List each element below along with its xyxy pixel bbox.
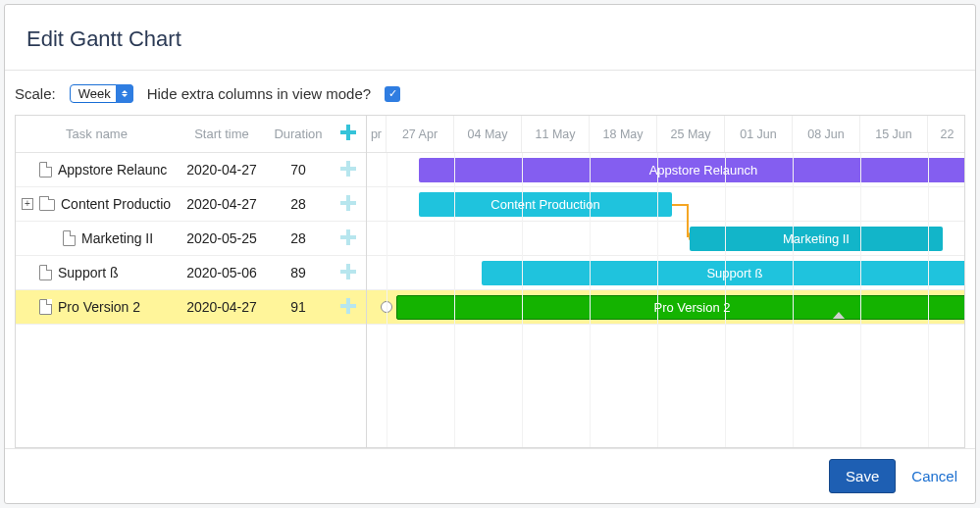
gantt-area: Task name Start time Duration Appstore R…	[15, 115, 965, 448]
plus-icon	[340, 298, 356, 314]
task-cell[interactable]: Support ß	[16, 265, 178, 280]
start-cell[interactable]: 2020-04-27	[178, 196, 266, 212]
duration-cell[interactable]: 89	[266, 265, 331, 280]
task-name: Content Productio	[61, 196, 171, 212]
duration-cell[interactable]: 28	[266, 230, 331, 246]
modal-title: Edit Gantt Chart	[26, 26, 954, 52]
save-button[interactable]: Save	[829, 459, 896, 493]
timeline-side[interactable]: pr27 Apr04 May11 May18 May25 May01 Jun08…	[367, 116, 964, 447]
timeline-header-cell: 11 May	[522, 116, 590, 152]
start-cell[interactable]: 2020-05-25	[178, 230, 266, 246]
timeline-row-appstore[interactable]: Appstore Relaunch	[367, 153, 964, 187]
start-cell[interactable]: 2020-04-27	[178, 299, 266, 315]
vgrid-line	[522, 153, 523, 447]
timeline-header-cell: pr	[367, 116, 387, 152]
expand-icon[interactable]: +	[22, 198, 33, 210]
timeline-header-cell: 18 May	[590, 116, 657, 152]
scale-label: Scale:	[15, 85, 56, 102]
timeline-header-cell: 27 Apr	[387, 116, 454, 152]
scale-select-wrap: Week	[70, 84, 133, 103]
vgrid-line	[793, 153, 794, 447]
start-cell[interactable]: 2020-05-06	[178, 265, 266, 280]
folder-icon	[39, 199, 55, 211]
timeline-row-marketing[interactable]: Marketing II	[367, 222, 964, 256]
gantt-bar[interactable]: Marketing II	[690, 227, 943, 251]
add-cell[interactable]	[331, 264, 366, 282]
controls-row: Scale: Week Hide extra columns in view m…	[5, 71, 975, 111]
col-header-duration[interactable]: Duration	[266, 127, 331, 141]
task-cell[interactable]: +Content Productio	[16, 196, 178, 212]
document-icon	[39, 299, 52, 315]
task-name: Pro Version 2	[58, 299, 140, 315]
edit-gantt-modal: Edit Gantt Chart Scale: Week Hide extra …	[4, 4, 976, 504]
duration-cell[interactable]: 28	[266, 196, 331, 212]
vgrid-line	[725, 153, 726, 447]
document-icon	[63, 230, 76, 246]
plus-icon	[340, 125, 356, 140]
grid-row-content[interactable]: +Content Productio2020-04-2728	[16, 187, 366, 222]
add-cell[interactable]	[331, 229, 366, 248]
vgrid-line	[387, 153, 387, 447]
gantt-bar[interactable]: Content Production	[419, 192, 672, 217]
vgrid-line	[928, 153, 929, 447]
add-cell[interactable]	[331, 195, 366, 214]
timeline-header: pr27 Apr04 May11 May18 May25 May01 Jun08…	[367, 116, 964, 153]
plus-icon	[340, 229, 356, 245]
modal-footer: Save Cancel	[5, 448, 975, 503]
modal-header: Edit Gantt Chart	[5, 5, 975, 71]
grid-row-pro[interactable]: Pro Version 22020-04-2791	[16, 290, 366, 325]
hide-extra-label: Hide extra columns in view mode?	[147, 85, 371, 102]
grid-rows: Appstore Relaunc2020-04-2770+Content Pro…	[16, 153, 366, 325]
vgrid-line	[590, 153, 591, 447]
grid-header: Task name Start time Duration	[16, 116, 366, 153]
col-header-add[interactable]	[331, 125, 366, 143]
timeline-body: Appstore RelaunchContent ProductionMarke…	[367, 153, 964, 325]
task-cell[interactable]: Pro Version 2	[16, 299, 178, 315]
timeline-header-cell: 04 May	[454, 116, 522, 152]
vgrid-line	[860, 153, 861, 447]
plus-icon	[340, 195, 356, 211]
grid-row-support[interactable]: Support ß2020-05-0689	[16, 256, 366, 290]
duration-cell[interactable]: 70	[266, 162, 331, 178]
cancel-button[interactable]: Cancel	[911, 468, 957, 484]
start-cell[interactable]: 2020-04-27	[178, 162, 266, 178]
timeline-row-content[interactable]: Content Production	[367, 187, 964, 222]
duration-cell[interactable]: 91	[266, 299, 331, 315]
add-cell[interactable]	[331, 161, 366, 179]
timeline-header-cell: 25 May	[657, 116, 725, 152]
add-cell[interactable]	[331, 298, 366, 317]
hide-extra-checkbox[interactable]: ✓	[385, 86, 400, 102]
task-name: Support ß	[58, 265, 118, 280]
col-header-start[interactable]: Start time	[178, 127, 266, 141]
grid-row-appstore[interactable]: Appstore Relaunc2020-04-2770	[16, 153, 366, 187]
plus-icon	[340, 264, 356, 279]
plus-icon	[340, 161, 356, 177]
scale-select[interactable]: Week	[70, 84, 133, 103]
task-name: Marketing II	[81, 230, 153, 246]
task-name: Appstore Relaunc	[58, 162, 167, 178]
gantt-bar[interactable]: Pro Version 2	[396, 295, 964, 320]
timeline-row-pro[interactable]: Pro Version 2	[367, 290, 964, 325]
task-cell[interactable]: Marketing II	[16, 230, 178, 246]
document-icon	[39, 265, 52, 280]
gantt-bar[interactable]: Support ß	[482, 261, 964, 285]
progress-marker-icon[interactable]	[832, 312, 846, 320]
vgrid-line	[657, 153, 658, 447]
timeline-header-cell: 15 Jun	[860, 116, 928, 152]
document-icon	[39, 162, 52, 178]
col-header-task[interactable]: Task name	[16, 127, 178, 141]
timeline-row-support[interactable]: Support ß	[367, 256, 964, 290]
vgrid-line	[454, 153, 455, 447]
grid-side: Task name Start time Duration Appstore R…	[16, 116, 367, 447]
timeline-header-cell: 08 Jun	[793, 116, 860, 152]
timeline-header-cell: 22	[928, 116, 964, 152]
grid-row-marketing[interactable]: Marketing II2020-05-2528	[16, 222, 366, 256]
timeline-header-cell: 01 Jun	[725, 116, 793, 152]
gantt-bar[interactable]: Appstore Relaunch	[419, 158, 964, 182]
task-cell[interactable]: Appstore Relaunc	[16, 162, 178, 178]
